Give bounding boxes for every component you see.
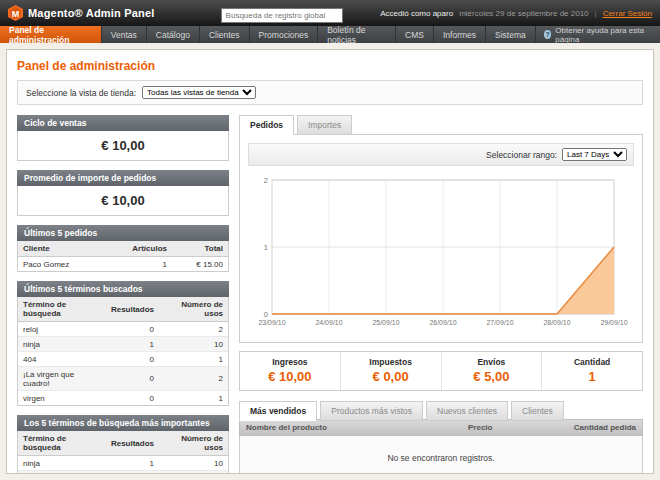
nav-item-informes[interactable]: Informes [434, 26, 486, 43]
column-header: Cliente [18, 241, 104, 257]
tab-clientes[interactable]: Clientes [511, 401, 564, 421]
magento-logo-icon: M [8, 5, 23, 21]
magento-logo: M Magento® Admin Panel [8, 5, 155, 21]
table-row[interactable]: ¡La virgen que cuadro! 0 2 [18, 367, 228, 391]
table-row[interactable]: reloj 0 2 [18, 322, 228, 337]
svg-text:1: 1 [264, 243, 268, 252]
nav-item-boletin[interactable]: Boletín de noticias [318, 26, 396, 43]
table-row[interactable]: ninja 1 10 [18, 456, 228, 471]
column-header: Resultados [106, 297, 159, 322]
nav-item-ventas[interactable]: Ventas [102, 26, 147, 43]
column-header: Resultados [106, 431, 159, 456]
table-row[interactable]: ninja 1 10 [18, 337, 228, 352]
help-link[interactable]: ? Obtener ayuda para esta página [536, 26, 660, 43]
nav-item-promociones[interactable]: Promociones [250, 26, 319, 43]
top-search-terms-box: Los 5 términos de búsqueda más important… [17, 415, 229, 474]
lifetime-sales-box: Ciclo de ventas € 10,00 [17, 115, 229, 161]
app-header: M Magento® Admin Panel Accedió como apar… [0, 0, 660, 26]
dashboard-right-column: Pedidos Importes Seleccionar rango: Last… [239, 115, 643, 474]
svg-text:27/09/10: 27/09/10 [486, 319, 513, 326]
tab-importes[interactable]: Importes [297, 115, 352, 135]
svg-text:23/09/10: 23/09/10 [258, 319, 285, 326]
average-orders-box: Promedio de importe de pedidos € 10,00 [17, 170, 229, 216]
column-header: Cantidad pedida [554, 420, 642, 435]
grid-tabs: Más vendidos Productos más vistos Nuevos… [239, 401, 643, 420]
total-envios: Envíos € 5,00 [441, 352, 542, 390]
column-header: Término de búsqueda [18, 431, 106, 456]
dashboard-left-column: Ciclo de ventas € 10,00 Promedio de impo… [17, 115, 229, 474]
total-impuestos: Impuestos € 0,00 [340, 352, 441, 390]
app-title: Magento® Admin Panel [28, 7, 155, 19]
range-label: Seleccionar rango: [486, 150, 557, 160]
current-date: miércoles 29 de septiembre de 2010 [459, 9, 588, 18]
table-row[interactable]: reloj 0 2 [18, 471, 228, 475]
order-items: 1 [104, 257, 172, 272]
average-orders-value: € 10,00 [18, 186, 228, 215]
total-ingresos: Ingresos € 10,00 [240, 352, 340, 390]
lifetime-sales-title: Ciclo de ventas [17, 115, 229, 131]
empty-grid-message: No se encontraron registros. [239, 436, 643, 474]
last-orders-box: Últimos 5 pedidos Cliente Artículos Tota… [17, 225, 229, 272]
logout-link[interactable]: Cerrar Sesión [603, 9, 652, 18]
svg-text:0: 0 [264, 310, 268, 319]
table-row[interactable]: virgen 0 1 [18, 391, 228, 406]
main-nav: Panel de administración Ventas Catálogo … [0, 26, 660, 43]
order-total: € 15.00 [172, 257, 228, 272]
chart-panel: Seleccionar rango: Last 7 Days 23/09/102… [239, 134, 643, 343]
content-frame: Panel de administración Seleccione la vi… [6, 49, 654, 474]
tab-productos-mas-vistos[interactable]: Productos más vistos [320, 401, 423, 421]
lifetime-sales-value: € 10,00 [18, 131, 228, 160]
tab-nuevos-clientes[interactable]: Nuevos clientes [426, 401, 508, 421]
store-view-bar: Seleccione la vista de tienda: Todas las… [17, 80, 643, 105]
column-header: Nombre del producto [240, 420, 462, 435]
tab-mas-vendidos[interactable]: Más vendidos [239, 401, 317, 421]
page-title: Panel de administración [7, 50, 653, 80]
order-customer: Paco Gomez [18, 257, 104, 272]
last-orders-title: Últimos 5 pedidos [17, 225, 229, 241]
svg-text:M: M [12, 9, 20, 19]
store-view-label: Seleccione la vista de tienda: [26, 88, 136, 98]
last-search-terms-table: Término de búsqueda Resultados Número de… [18, 297, 228, 405]
global-search-input[interactable] [221, 8, 343, 23]
svg-text:2: 2 [264, 176, 268, 185]
separator: | [595, 9, 597, 18]
nav-item-cms[interactable]: CMS [396, 26, 434, 43]
nav-item-catalogo[interactable]: Catálogo [147, 26, 200, 43]
nav-item-clientes[interactable]: Clientes [200, 26, 250, 43]
top-search-terms-table: Término de búsqueda Resultados Número de… [18, 431, 228, 474]
orders-chart: 23/09/1024/09/1025/09/1026/09/1027/09/10… [248, 166, 634, 334]
column-header: Término de búsqueda [18, 297, 106, 322]
nav-item-sistema[interactable]: Sistema [486, 26, 536, 43]
orders-chart-svg: 23/09/1024/09/1025/09/1026/09/1027/09/10… [248, 174, 634, 334]
column-header: Número de usos [159, 297, 228, 322]
column-header: Precio [462, 420, 554, 435]
last-search-terms-title: Últimos 5 términos buscados [17, 281, 229, 297]
svg-text:25/09/10: 25/09/10 [372, 319, 399, 326]
svg-text:24/09/10: 24/09/10 [315, 319, 342, 326]
range-select[interactable]: Last 7 Days [562, 148, 627, 161]
totals-bar: Ingresos € 10,00 Impuestos € 0,00 Envíos… [239, 351, 643, 391]
range-bar: Seleccionar rango: Last 7 Days [248, 143, 634, 166]
top-search-terms-title: Los 5 términos de búsqueda más important… [17, 415, 229, 431]
logged-in-as: Accedió como aparo [380, 9, 453, 18]
chart-tabs: Pedidos Importes [239, 115, 643, 134]
tab-pedidos[interactable]: Pedidos [239, 115, 294, 135]
help-label: Obtener ayuda para esta página [555, 26, 652, 44]
column-header: Número de usos [159, 431, 228, 456]
average-orders-title: Promedio de importe de pedidos [17, 170, 229, 186]
svg-text:26/09/10: 26/09/10 [429, 319, 456, 326]
column-header: Artículos [104, 241, 172, 257]
table-row[interactable]: Paco Gomez 1 € 15.00 [18, 257, 228, 272]
last-orders-table: Cliente Artículos Total Paco Gomez 1 € 1… [18, 241, 228, 271]
help-icon: ? [544, 30, 552, 39]
nav-item-dashboard[interactable]: Panel de administración [0, 26, 102, 43]
products-grid-header: Nombre del producto Precio Cantidad pedi… [239, 419, 643, 436]
total-cantidad: Cantidad 1 [541, 352, 642, 390]
store-view-select[interactable]: Todas las vistas de tienda [142, 86, 256, 99]
svg-text:29/09/10: 29/09/10 [600, 319, 627, 326]
column-header: Total [172, 241, 228, 257]
last-search-terms-box: Últimos 5 términos buscados Término de b… [17, 281, 229, 406]
table-row[interactable]: 404 0 1 [18, 352, 228, 367]
svg-text:28/09/10: 28/09/10 [543, 319, 570, 326]
